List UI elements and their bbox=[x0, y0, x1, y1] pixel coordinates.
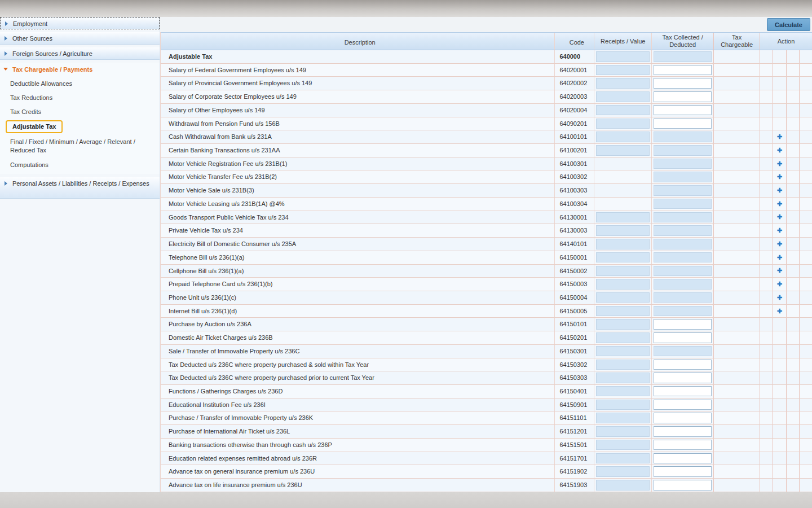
row-code: 64130001 bbox=[559, 214, 587, 221]
action-cell bbox=[800, 291, 812, 304]
action-cell bbox=[787, 211, 800, 224]
receipts-value-input bbox=[596, 266, 650, 277]
tax-collected-input[interactable] bbox=[654, 466, 712, 477]
add-entry-button[interactable]: ✚ bbox=[777, 227, 782, 234]
action-cell bbox=[773, 77, 786, 90]
action-cell bbox=[800, 144, 812, 157]
row-code: 64150301 bbox=[559, 348, 587, 354]
action-cell: ✚ bbox=[773, 211, 786, 224]
action-cell bbox=[800, 130, 812, 143]
receipts-value-input bbox=[596, 440, 650, 450]
tax-collected-input[interactable] bbox=[654, 426, 712, 437]
receipts-value-input bbox=[596, 132, 650, 142]
add-entry-button[interactable]: ✚ bbox=[777, 268, 782, 274]
sidebar-item-final-fixed-minimum[interactable]: Final / Fixed / Minimum / Average / Rele… bbox=[0, 135, 160, 157]
row-description: Phone Unit u/s 236(1)(c) bbox=[169, 294, 236, 301]
table-row: Motor Vehicle Sale u/s 231B(3) 64100303 … bbox=[161, 184, 812, 198]
action-cell bbox=[787, 331, 800, 344]
tax-collected-input[interactable] bbox=[654, 400, 712, 410]
add-entry-button[interactable]: ✚ bbox=[777, 147, 782, 154]
action-cell bbox=[787, 198, 800, 211]
table-row: Educational Institution Fee u/s 236I 641… bbox=[161, 398, 812, 412]
sidebar-item-label: Other Sources bbox=[12, 35, 52, 42]
sidebar-item-tax-credits[interactable]: Tax Credits bbox=[0, 104, 160, 119]
sidebar-item-label: Personal Assets / Liabilities / Receipts… bbox=[12, 180, 149, 187]
tax-collected-input[interactable] bbox=[654, 119, 712, 129]
sidebar-item-deductible-allowances[interactable]: Deductible Allowances bbox=[0, 76, 160, 90]
action-cell bbox=[760, 77, 773, 90]
action-cell bbox=[787, 170, 800, 183]
table-row: Domestic Air Ticket Charges u/s 236B 641… bbox=[161, 331, 812, 345]
action-cell bbox=[773, 318, 786, 331]
action-cell bbox=[760, 411, 773, 424]
row-code: 64151701 bbox=[559, 455, 587, 462]
row-code: 64150901 bbox=[559, 401, 587, 408]
tax-collected-input[interactable] bbox=[654, 440, 712, 450]
tax-collected-input[interactable] bbox=[654, 360, 712, 370]
tax-chargeable-cell bbox=[714, 104, 760, 117]
add-entry-button[interactable]: ✚ bbox=[777, 214, 782, 220]
calculate-button[interactable]: Calculate bbox=[767, 18, 810, 31]
action-cell bbox=[773, 90, 786, 103]
add-entry-button[interactable]: ✚ bbox=[777, 134, 782, 140]
sidebar-item-employment[interactable]: Employment bbox=[0, 17, 160, 29]
tax-collected-input[interactable] bbox=[654, 65, 712, 76]
table-body: Adjustable Tax 640000 Salary of Federal … bbox=[161, 50, 812, 492]
sidebar-item-tax-reductions[interactable]: Tax Reductions bbox=[0, 90, 160, 104]
row-code: 64150201 bbox=[559, 334, 587, 341]
action-cell bbox=[760, 50, 773, 63]
add-entry-button[interactable]: ✚ bbox=[777, 201, 782, 207]
add-entry-button[interactable]: ✚ bbox=[777, 241, 782, 247]
action-cell bbox=[800, 117, 812, 130]
action-cell bbox=[787, 157, 800, 170]
row-description: Motor Vehicle Leasing u/s 231B(1A) @4% bbox=[169, 200, 285, 207]
table-row: Internet Bill u/s 236(1)(d) 64150005 ✚ bbox=[161, 305, 812, 318]
toolbar: Calculate bbox=[160, 17, 812, 32]
action-cell bbox=[773, 371, 786, 384]
sidebar-item-computations[interactable]: Computations bbox=[0, 157, 160, 172]
add-entry-button[interactable]: ✚ bbox=[777, 161, 782, 167]
add-entry-button[interactable]: ✚ bbox=[777, 281, 782, 287]
tax-chargeable-cell bbox=[714, 479, 760, 492]
add-entry-button[interactable]: ✚ bbox=[777, 174, 782, 180]
tax-collected-input[interactable] bbox=[654, 453, 712, 464]
sidebar-item-foreign-sources[interactable]: Foreign Sources / Agriculture bbox=[0, 47, 160, 60]
tax-collected-input[interactable] bbox=[654, 91, 712, 102]
tax-collected-input[interactable] bbox=[654, 413, 712, 423]
action-cell bbox=[800, 479, 812, 492]
tax-chargeable-cell bbox=[714, 130, 760, 143]
row-description: Domestic Air Ticket Charges u/s 236B bbox=[169, 334, 273, 341]
receipts-value-input bbox=[596, 306, 650, 317]
tax-chargeable-cell bbox=[714, 331, 760, 344]
action-cell bbox=[800, 77, 812, 90]
add-entry-button[interactable]: ✚ bbox=[777, 187, 782, 194]
tax-collected-input[interactable] bbox=[654, 373, 712, 383]
sidebar-item-personal-assets[interactable]: Personal Assets / Liabilities / Receipts… bbox=[0, 177, 160, 199]
tax-chargeable-cell bbox=[714, 371, 760, 384]
tax-collected-input[interactable] bbox=[654, 105, 712, 116]
action-cell bbox=[800, 465, 812, 478]
row-description: Cellphone Bill u/s 236(1)(a) bbox=[169, 268, 244, 274]
add-entry-button[interactable]: ✚ bbox=[777, 308, 782, 314]
action-cell: ✚ bbox=[773, 251, 786, 264]
action-cell bbox=[760, 265, 773, 278]
receipts-value-input bbox=[596, 105, 650, 116]
tax-collected-input bbox=[654, 132, 712, 142]
row-code: 64020004 bbox=[559, 107, 587, 113]
row-description: Motor Vehicle Registration Fee u/s 231B(… bbox=[169, 160, 287, 167]
add-entry-button[interactable]: ✚ bbox=[777, 295, 782, 301]
sidebar-item-tax-chargeable-payments[interactable]: Tax Chargeable / Payments bbox=[0, 63, 160, 76]
sidebar-item-adjustable-tax[interactable]: Adjustable Tax bbox=[0, 119, 160, 135]
row-code: 64151903 bbox=[559, 481, 587, 488]
tax-chargeable-cell bbox=[714, 251, 760, 264]
tax-collected-input[interactable] bbox=[654, 386, 712, 397]
add-entry-button[interactable]: ✚ bbox=[777, 255, 782, 261]
tax-collected-input[interactable] bbox=[654, 78, 712, 89]
tax-collected-input[interactable] bbox=[654, 332, 712, 343]
sidebar-item-other-sources[interactable]: Other Sources bbox=[0, 32, 160, 45]
tax-collected-input[interactable] bbox=[654, 319, 712, 330]
action-cell bbox=[800, 211, 812, 224]
receipts-value-input bbox=[596, 225, 650, 236]
action-cell bbox=[800, 157, 812, 170]
tax-collected-input[interactable] bbox=[654, 480, 712, 491]
